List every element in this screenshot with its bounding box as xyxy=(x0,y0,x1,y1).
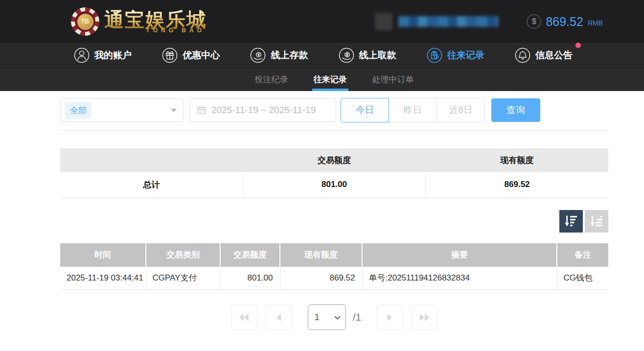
caret-down-icon xyxy=(171,109,177,112)
records-icon xyxy=(426,47,443,64)
user-icon xyxy=(73,47,90,64)
notification-badge-dot xyxy=(575,43,581,48)
summary-header-current-balance: 现有额度 xyxy=(426,148,608,172)
poker-chip-logo-icon: TB xyxy=(71,7,99,36)
logo-text: 通宝娱乐城 TONG BAO xyxy=(104,9,207,34)
table-row: 2025-11-19 03:44:41 CGPAY支付 801.00 869.5… xyxy=(60,267,608,290)
tab-processing-orders[interactable]: 处理中订单 xyxy=(371,68,415,91)
summary-header-empty xyxy=(60,148,243,172)
yesterday-button[interactable]: 昨日 xyxy=(389,98,437,122)
previous-page-button[interactable] xyxy=(265,304,292,330)
summary-header-transaction-amount: 交易额度 xyxy=(243,148,425,172)
withdraw-icon xyxy=(338,47,355,64)
cell-summary: 单号:202511194126832834 xyxy=(362,267,557,290)
dollar-circle-icon: $ xyxy=(527,14,541,29)
chevron-right-icon xyxy=(387,314,393,321)
nav-item-announcements[interactable]: 信息公告 xyxy=(514,47,573,64)
last-8-days-button[interactable]: 近8日 xyxy=(437,98,485,122)
col-time: 时间 xyxy=(60,243,146,267)
nav-item-deposit[interactable]: 线上存款 xyxy=(250,47,308,64)
summary-total-row: 总计 801.00 869.52 xyxy=(60,172,608,198)
balance-amount: 869.52 xyxy=(546,15,583,29)
user-account-area[interactable] xyxy=(375,13,498,30)
cell-transaction-amount: 801.00 xyxy=(220,267,280,290)
transaction-type-select[interactable]: 全部 xyxy=(60,98,184,122)
date-range-input[interactable]: 2025-11-19 ~ 2025-11-19 xyxy=(190,98,336,122)
content-area: 全部 2025-11-19 ~ 2025-11-19 今日 昨日 近8日 查询 … xyxy=(60,98,608,330)
chip-monogram: TB xyxy=(77,14,93,30)
sort-controls xyxy=(60,210,608,233)
col-transaction-amount: 交易额度 xyxy=(220,243,280,267)
nav-label: 我的账户 xyxy=(94,49,132,62)
main-nav: 我的账户 优惠中心 线上存款 xyxy=(0,43,644,68)
date-range-value: 2025-11-19 ~ 2025-11-19 xyxy=(211,105,316,116)
nav-item-transaction-records[interactable]: 往来记录 xyxy=(426,47,484,64)
first-page-button[interactable] xyxy=(231,304,257,330)
col-current-balance: 现有额度 xyxy=(280,243,362,267)
cell-remark: CG钱包 xyxy=(557,267,608,290)
site-logo[interactable]: TB 通宝娱乐城 TONG BAO xyxy=(71,7,207,36)
tab-betting-records[interactable]: 投注纪录 xyxy=(253,68,290,91)
selected-type-tag: 全部 xyxy=(65,102,92,119)
section-divider xyxy=(60,130,608,131)
double-chevron-left-icon xyxy=(239,314,250,321)
page-total-label: /1 xyxy=(353,311,362,323)
last-page-button[interactable] xyxy=(411,304,437,330)
nav-label: 优惠中心 xyxy=(183,49,220,62)
cell-current-balance: 869.52 xyxy=(280,267,362,290)
nav-label: 往来记录 xyxy=(447,49,484,62)
username-redacted xyxy=(398,16,498,27)
double-chevron-right-icon xyxy=(419,314,430,321)
records-table: 时间 交易类别 交易额度 现有额度 摘要 备注 2025-11-19 03:44… xyxy=(60,243,608,290)
nav-label: 线上取款 xyxy=(359,49,396,62)
summary-total-label: 总计 xyxy=(60,172,243,198)
pagination: 1 /1 xyxy=(60,304,608,330)
filter-row: 全部 2025-11-19 ~ 2025-11-19 今日 昨日 近8日 查询 xyxy=(60,98,608,122)
records-header-row: 时间 交易类别 交易额度 现有额度 摘要 备注 xyxy=(60,243,608,267)
sort-ascending-icon xyxy=(590,215,603,227)
summary-header-row: 交易额度 现有额度 xyxy=(60,148,608,172)
nav-label: 线上存款 xyxy=(271,49,308,62)
summary-table: 交易额度 现有额度 总计 801.00 869.52 xyxy=(60,148,608,198)
col-remark: 备注 xyxy=(557,243,608,267)
nav-item-withdraw[interactable]: 线上取款 xyxy=(338,47,396,64)
sort-descending-icon xyxy=(565,215,578,227)
chevron-left-icon xyxy=(276,314,281,321)
summary-current-balance: 869.52 xyxy=(426,172,608,198)
cell-time: 2025-11-19 03:44:41 xyxy=(60,267,146,290)
col-summary: 摘要 xyxy=(362,243,557,267)
quick-date-button-group: 今日 昨日 近8日 xyxy=(341,98,485,122)
avatar xyxy=(375,13,392,30)
tab-transaction-records[interactable]: 往来记录 xyxy=(312,68,348,91)
top-header: TB 通宝娱乐城 TONG BAO $ 869.52 RMB xyxy=(0,0,644,43)
cell-transaction-type: CGPAY支付 xyxy=(146,267,220,290)
sort-descending-button[interactable] xyxy=(559,210,583,233)
page-select-wrap: 1 xyxy=(308,304,346,330)
today-button[interactable]: 今日 xyxy=(341,98,389,122)
bell-icon xyxy=(514,47,531,64)
summary-transaction-amount: 801.00 xyxy=(243,172,425,198)
header-right: $ 869.52 RMB xyxy=(375,13,603,30)
logo-subtitle: TONG BAO xyxy=(146,27,205,34)
search-button[interactable]: 查询 xyxy=(491,98,540,122)
subnav: 投注纪录 往来记录 处理中订单 xyxy=(0,68,644,91)
col-transaction-type: 交易类别 xyxy=(146,243,220,267)
balance-currency: RMB xyxy=(588,19,603,27)
sort-ascending-button[interactable] xyxy=(585,210,608,233)
wallet-balance[interactable]: $ 869.52 RMB xyxy=(527,14,603,29)
deposit-icon xyxy=(250,47,266,64)
nav-item-promotions[interactable]: 优惠中心 xyxy=(161,47,220,64)
nav-label: 信息公告 xyxy=(535,49,573,62)
next-page-button[interactable] xyxy=(377,304,403,330)
gift-icon xyxy=(161,47,178,64)
calendar-icon xyxy=(197,105,207,115)
nav-item-my-account[interactable]: 我的账户 xyxy=(73,47,132,64)
page-select[interactable]: 1 xyxy=(308,304,346,330)
